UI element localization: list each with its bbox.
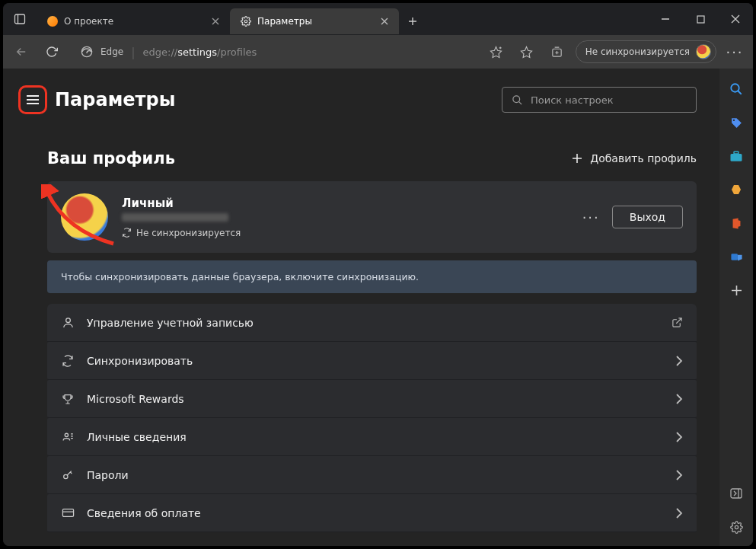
tab-label: Параметры (257, 16, 312, 27)
settings-menu-button[interactable] (18, 85, 47, 114)
person-icon (61, 316, 75, 329)
row-label: Синхронизировать (87, 355, 193, 367)
profile-sync-status: Не синхронизируется (122, 228, 241, 238)
row-rewards[interactable]: Microsoft Rewards (47, 380, 697, 418)
new-tab-button[interactable] (399, 17, 426, 26)
sync-icon (122, 228, 132, 238)
row-label: Личные сведения (87, 431, 187, 443)
content-area: Параметры Поиск настроек Ваш профиль Доб… (3, 69, 753, 546)
tab-label: О проекте (64, 16, 113, 27)
tab-actions-icon[interactable] (3, 13, 37, 25)
profile-more-button[interactable]: ··· (582, 209, 600, 225)
chevron-right-icon (675, 508, 683, 519)
favorites-icon[interactable] (515, 40, 539, 64)
minimize-button[interactable] (648, 3, 683, 35)
plus-icon (572, 153, 582, 164)
collections-icon[interactable] (545, 40, 569, 64)
titlebar: О проекте Параметры (3, 3, 753, 35)
settings-page: Параметры Поиск настроек Ваш профиль Доб… (3, 69, 719, 546)
svg-point-18 (65, 433, 68, 436)
settings-search-input[interactable]: Поиск настроек (502, 87, 697, 113)
profile-card-actions: ··· Выход (582, 206, 683, 228)
svg-point-2 (244, 20, 247, 23)
row-manage-account[interactable]: Управление учетной записью (47, 304, 697, 342)
toolbox-icon[interactable] (728, 148, 745, 164)
contact-card-icon (61, 430, 75, 443)
svg-rect-25 (731, 154, 742, 161)
svg-rect-20 (62, 509, 73, 517)
add-profile-label: Добавить профиль (590, 152, 697, 164)
office-icon[interactable] (728, 215, 745, 231)
sync-status-pill[interactable]: Не синхронизируется (576, 40, 716, 63)
chevron-right-icon (675, 432, 683, 442)
profile-info: Личный Не синхронизируется (122, 196, 241, 238)
url-text: edge://settings/profiles (143, 46, 257, 58)
toolbar: Edge | edge://settings/profiles Не синхр… (3, 35, 753, 69)
favorite-star-icon[interactable] (484, 40, 509, 64)
svg-point-15 (513, 95, 520, 102)
row-label: Сведения об оплате (87, 507, 201, 519)
page-title: Параметры (55, 89, 175, 110)
row-payment[interactable]: Сведения об оплате (47, 494, 697, 532)
hamburger-icon (26, 94, 40, 105)
section-title: Ваш профиль (47, 149, 175, 168)
tab-settings[interactable]: Параметры (230, 8, 399, 34)
credit-card-icon (61, 506, 75, 519)
sync-icon (61, 355, 75, 367)
outlook-icon[interactable] (728, 248, 745, 265)
close-tab-icon[interactable] (381, 18, 388, 25)
close-window-button[interactable] (718, 3, 753, 35)
row-label: Управление учетной записью (87, 317, 254, 329)
profile-email-blurred (122, 213, 228, 222)
row-label: Пароли (87, 469, 129, 481)
add-sidebar-icon[interactable] (728, 282, 745, 298)
search-sidebar-icon[interactable] (728, 81, 745, 97)
back-button[interactable] (9, 40, 33, 64)
browser-brand-label: Edge (100, 46, 123, 57)
row-label: Microsoft Rewards (87, 393, 184, 405)
profile-avatar (61, 193, 108, 241)
browser-window: О проекте Параметры (3, 3, 753, 546)
svg-line-23 (738, 91, 742, 94)
row-personal-info[interactable]: Личные сведения (47, 418, 697, 456)
right-sidebar (719, 69, 753, 546)
section-header: Ваш профиль Добавить профиль (47, 149, 697, 168)
chevron-right-icon (675, 470, 683, 480)
settings-list: Управление учетной записью Синхронизиров… (47, 304, 697, 532)
svg-point-30 (735, 525, 738, 528)
close-tab-icon[interactable] (212, 18, 219, 25)
shopping-tag-icon[interactable] (728, 114, 745, 131)
chevron-right-icon (675, 356, 683, 366)
settings-gear-icon[interactable] (728, 519, 745, 535)
collapse-sidebar-icon[interactable] (728, 485, 745, 502)
profile-name: Личный (122, 196, 241, 210)
external-link-icon (671, 317, 683, 328)
key-icon (61, 469, 75, 481)
logout-button[interactable]: Выход (612, 206, 683, 228)
search-placeholder: Поиск настроек (531, 94, 614, 106)
svg-line-16 (518, 101, 522, 104)
gear-icon (241, 16, 251, 27)
sync-status-label: Не синхронизируется (585, 46, 690, 57)
svg-point-17 (65, 318, 70, 323)
svg-rect-26 (734, 152, 738, 154)
more-menu-button[interactable]: ··· (723, 40, 747, 64)
svg-point-22 (731, 84, 739, 92)
window-controls (648, 3, 753, 35)
row-sync[interactable]: Синхронизировать (47, 342, 697, 380)
tab-about[interactable]: О проекте (37, 8, 230, 34)
profile-avatar-icon (696, 44, 711, 59)
svg-point-24 (732, 119, 734, 120)
add-profile-button[interactable]: Добавить профиль (572, 152, 697, 164)
maximize-button[interactable] (683, 3, 718, 35)
chevron-right-icon (675, 394, 683, 404)
favicon-icon (47, 16, 58, 27)
svg-rect-0 (15, 14, 25, 24)
address-bar[interactable]: Edge | edge://settings/profiles (70, 40, 267, 64)
search-icon (512, 94, 523, 106)
refresh-button[interactable] (40, 40, 64, 64)
games-icon[interactable] (728, 181, 745, 198)
row-passwords[interactable]: Пароли (47, 456, 697, 494)
svg-rect-27 (731, 254, 738, 260)
sync-banner: Чтобы синхронизировать данные браузера, … (47, 260, 697, 293)
